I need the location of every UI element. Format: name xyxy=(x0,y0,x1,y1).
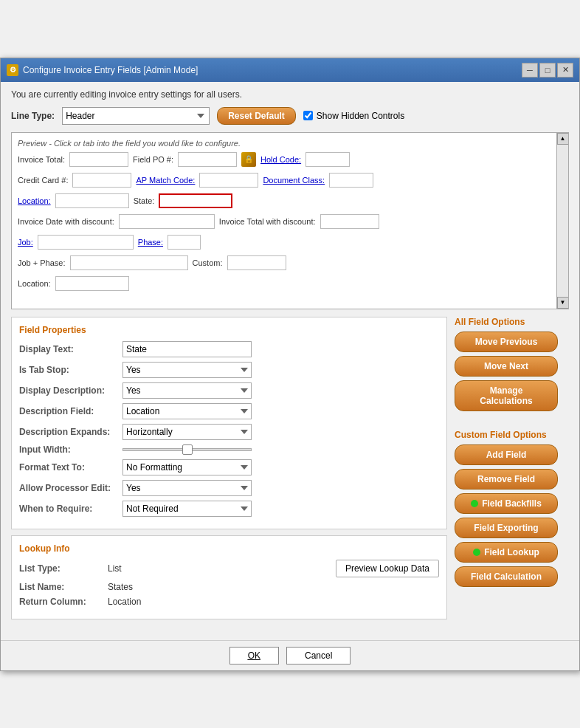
field-calculation-button[interactable]: Field Calculation xyxy=(455,566,558,587)
input-width-slider-container xyxy=(122,448,439,451)
line-type-label: Line Type: xyxy=(11,111,55,121)
allow-processor-label: Allow Processor Edit: xyxy=(19,483,122,493)
description-field-row: Description Field: Location None xyxy=(19,403,439,419)
list-type-value: List xyxy=(108,563,122,574)
input-width-slider[interactable] xyxy=(122,448,252,451)
lookup-info-title: Lookup Info xyxy=(19,543,439,554)
po-icon: 🔒 xyxy=(241,152,256,167)
remove-field-button[interactable]: Remove Field xyxy=(455,469,558,490)
is-tab-stop-row: Is Tab Stop: Yes No xyxy=(19,362,439,378)
format-text-value: No Formatting Uppercase Lowercase xyxy=(122,459,439,475)
list-name-value: States xyxy=(108,582,133,592)
location-label-2: Location: xyxy=(18,279,51,288)
job-phase-input[interactable] xyxy=(70,255,188,270)
all-field-options-title: All Field Options xyxy=(455,317,569,327)
job-input[interactable] xyxy=(38,235,134,250)
location-input-2[interactable] xyxy=(55,276,129,291)
list-type-row: List Type: List Preview Lookup Data xyxy=(19,560,439,577)
all-field-options-section: All Field Options Move Previous Move Nex… xyxy=(455,317,569,415)
invoice-date-discount-label: Invoice Date with discount: xyxy=(18,217,114,226)
list-name-label: List Name: xyxy=(19,582,108,592)
scroll-track[interactable] xyxy=(557,145,568,297)
display-description-select[interactable]: Yes No xyxy=(122,382,252,399)
is-tab-stop-select[interactable]: Yes No xyxy=(122,362,252,378)
form-row-6: Job + Phase: Custom: xyxy=(18,255,562,270)
form-row-3: Location: State: xyxy=(18,193,562,208)
display-text-input[interactable] xyxy=(122,341,252,357)
move-next-button[interactable]: Move Next xyxy=(455,356,558,377)
invoice-date-discount-input[interactable] xyxy=(119,214,215,229)
hold-code-label[interactable]: Hold Code: xyxy=(260,155,301,164)
state-input[interactable] xyxy=(159,193,232,208)
line-type-select[interactable]: Header Detail Footer xyxy=(62,107,210,125)
list-type-label: List Type: xyxy=(19,563,108,574)
when-to-require-row: When to Require: Not Required Always On … xyxy=(19,501,439,517)
when-to-require-value: Not Required Always On Save xyxy=(122,501,439,517)
description-expands-value: Horizontally Vertically None xyxy=(122,424,439,440)
lookup-info-section: Lookup Info List Type: List Preview Look… xyxy=(11,535,447,619)
show-hidden-label: Show Hidden Controls xyxy=(317,111,404,121)
preview-lookup-button[interactable]: Preview Lookup Data xyxy=(336,560,439,577)
form-row-7: Location: xyxy=(18,276,562,291)
location-label-1[interactable]: Location: xyxy=(18,196,51,205)
allow-processor-row: Allow Processor Edit: Yes No xyxy=(19,480,439,496)
field-po-input[interactable] xyxy=(178,152,237,167)
move-previous-button[interactable]: Move Previous xyxy=(455,332,558,352)
description-field-select[interactable]: Location None xyxy=(122,403,252,419)
main-section: Field Properties Display Text: Is Tab St… xyxy=(11,317,569,625)
toolbar-row: Line Type: Header Detail Footer Reset De… xyxy=(11,107,569,125)
display-text-value xyxy=(122,341,439,357)
description-expands-select[interactable]: Horizontally Vertically None xyxy=(122,424,252,440)
scroll-down-button[interactable]: ▼ xyxy=(557,297,569,309)
title-controls: ─ □ ✕ xyxy=(522,63,573,78)
scrollbar[interactable]: ▲ ▼ xyxy=(556,133,568,309)
cancel-button[interactable]: Cancel xyxy=(286,647,351,665)
input-width-label: Input Width: xyxy=(19,444,122,455)
field-lookup-button[interactable]: Field Lookup xyxy=(455,542,558,563)
maximize-button[interactable]: □ xyxy=(539,63,556,78)
field-backfills-button[interactable]: Field Backfills xyxy=(455,493,558,514)
ok-button[interactable]: OK xyxy=(229,647,279,665)
credit-card-input[interactable] xyxy=(72,173,131,188)
manage-calculations-button[interactable]: Manage Calculations xyxy=(455,380,558,411)
format-text-label: Format Text To: xyxy=(19,462,122,473)
custom-label: Custom: xyxy=(193,258,223,267)
display-text-label: Display Text: xyxy=(19,344,122,354)
info-text: You are currently editing invoice entry … xyxy=(11,89,569,100)
allow-processor-value: Yes No xyxy=(122,480,439,496)
return-column-row: Return Column: Location xyxy=(19,597,439,607)
invoice-total-discount-input[interactable] xyxy=(320,214,379,229)
add-field-button[interactable]: Add Field xyxy=(455,444,558,465)
reset-default-button[interactable]: Reset Default xyxy=(217,107,296,125)
show-hidden-checkbox[interactable] xyxy=(303,111,313,120)
field-po-label: Field PO #: xyxy=(133,155,173,164)
location-input-1[interactable] xyxy=(55,193,129,208)
invoice-total-input[interactable] xyxy=(69,152,128,167)
job-label[interactable]: Job: xyxy=(18,238,33,247)
description-field-label: Description Field: xyxy=(19,406,122,416)
phase-label[interactable]: Phase: xyxy=(138,238,163,247)
ap-match-code-label[interactable]: AP Match Code: xyxy=(136,176,195,185)
when-to-require-select[interactable]: Not Required Always On Save xyxy=(122,501,252,517)
hold-code-input[interactable] xyxy=(305,152,350,167)
format-text-select[interactable]: No Formatting Uppercase Lowercase xyxy=(122,459,252,475)
custom-input[interactable] xyxy=(227,255,286,270)
field-lookup-dot xyxy=(473,549,480,556)
close-button[interactable]: ✕ xyxy=(557,63,573,78)
document-class-input[interactable] xyxy=(329,173,373,188)
window-body: You are currently editing invoice entry … xyxy=(1,82,579,640)
form-row-5: Job: Phase: xyxy=(18,235,562,250)
window-title: Configure Invoice Entry Fields [Admin Mo… xyxy=(23,65,198,75)
main-window: ⚙ Configure Invoice Entry Fields [Admin … xyxy=(0,58,580,671)
preview-area: Preview - Click or tab into the field yo… xyxy=(11,132,569,309)
custom-field-options-section: Custom Field Options Add Field Remove Fi… xyxy=(455,430,569,591)
title-bar-left: ⚙ Configure Invoice Entry Fields [Admin … xyxy=(7,64,198,76)
phase-input[interactable] xyxy=(168,235,201,250)
field-exporting-button[interactable]: Field Exporting xyxy=(455,518,558,538)
scroll-up-button[interactable]: ▲ xyxy=(557,133,569,145)
minimize-button[interactable]: ─ xyxy=(522,63,538,78)
ap-match-code-input[interactable] xyxy=(199,173,258,188)
document-class-label[interactable]: Document Class: xyxy=(263,176,325,185)
field-lookup-label: Field Lookup xyxy=(484,547,539,557)
allow-processor-select[interactable]: Yes No xyxy=(122,480,252,496)
